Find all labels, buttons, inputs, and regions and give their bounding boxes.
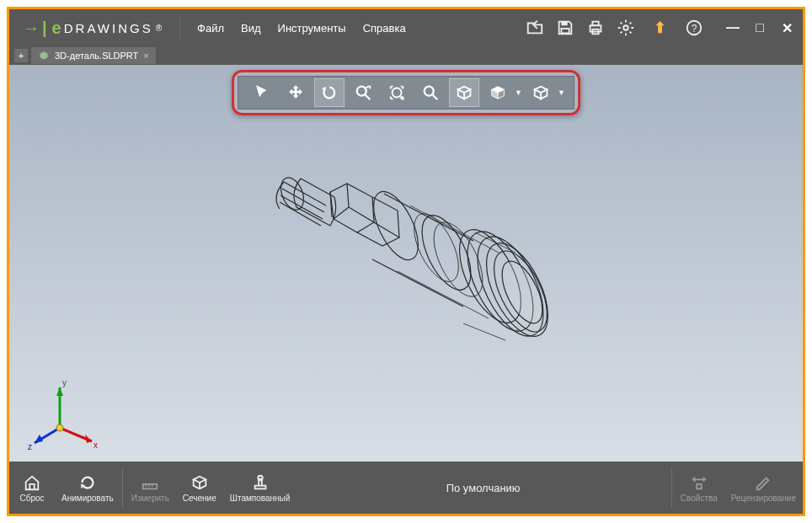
properties-label: Свойства <box>681 494 718 503</box>
bottombar: Сброс Анимировать Измерить Сечение Штамп… <box>9 462 803 514</box>
section-button[interactable]: Сечение <box>176 470 223 506</box>
axis-y-label: y <box>62 378 67 387</box>
svg-point-5 <box>623 25 628 30</box>
zoom-tool[interactable] <box>415 78 446 107</box>
svg-marker-28 <box>56 387 63 396</box>
view-toolbar: ▼ ▼ <box>238 76 574 109</box>
animate-button[interactable]: Анимировать <box>55 470 120 506</box>
review-button: Рецензирование <box>724 470 803 506</box>
document-tab[interactable]: 3D-деталь.SLDPRT × <box>31 47 156 64</box>
rotate-tool[interactable] <box>314 78 345 107</box>
svg-line-9 <box>366 95 371 100</box>
app-logo: →| e DRAWINGS ® <box>14 19 173 38</box>
help-icon[interactable]: ? <box>685 19 703 37</box>
reset-button[interactable]: Сброс <box>9 470 55 506</box>
upload-arrow-icon[interactable]: ⬆ <box>647 19 673 37</box>
svg-rect-35 <box>697 483 702 488</box>
settings-icon[interactable] <box>617 19 635 37</box>
model-view <box>221 141 591 369</box>
menu-tools[interactable]: Инструменты <box>270 17 355 40</box>
tab-close-icon[interactable]: × <box>143 51 148 61</box>
svg-rect-3 <box>592 22 598 26</box>
section-label: Сечение <box>183 494 216 503</box>
chevron-down-icon: ▼ <box>515 88 522 97</box>
svg-point-8 <box>357 87 366 96</box>
properties-button: Свойства <box>674 470 724 506</box>
svg-line-13 <box>433 95 438 100</box>
svg-point-15 <box>365 185 428 267</box>
save-icon[interactable] <box>556 19 574 37</box>
menu-view[interactable]: Вид <box>232 17 270 40</box>
minimize-button[interactable]: — <box>722 17 744 39</box>
stamp-label: Штампованный <box>230 494 291 503</box>
orientation-dropdown[interactable]: ▼ <box>526 78 565 107</box>
svg-point-16 <box>405 207 468 289</box>
logo-arrow-icon: →| <box>23 19 50 38</box>
svg-rect-1 <box>561 29 569 33</box>
review-label: Рецензирование <box>731 494 796 503</box>
svg-rect-33 <box>254 485 265 488</box>
tabbar: + 3D-деталь.SLDPRT × <box>9 46 803 65</box>
display-style-dropdown[interactable]: ▼ <box>483 78 522 107</box>
animate-label: Анимировать <box>61 494 114 503</box>
svg-marker-30 <box>35 435 43 443</box>
axis-triad[interactable]: x y z <box>26 376 102 451</box>
maximize-button[interactable]: □ <box>749 17 771 39</box>
pan-tool[interactable] <box>280 78 311 107</box>
axis-z-label: z <box>28 442 32 451</box>
separator <box>122 467 123 508</box>
zoom-fit-tool[interactable] <box>348 78 378 107</box>
svg-text:?: ? <box>692 23 697 35</box>
zoom-area-tool[interactable] <box>382 78 412 107</box>
titlebar: →| e DRAWINGS ® Файл Вид Инструменты Спр… <box>9 9 803 46</box>
tab-label: 3D-деталь.SLDPRT <box>55 51 138 61</box>
viewport[interactable]: ▼ ▼ <box>9 65 803 462</box>
svg-point-24 <box>494 255 550 329</box>
close-button[interactable]: ✕ <box>776 17 798 39</box>
svg-point-31 <box>56 424 63 431</box>
reset-label: Сброс <box>19 494 44 503</box>
menu-help[interactable]: Справка <box>355 17 414 40</box>
select-tool[interactable] <box>247 78 277 107</box>
logo-e: e <box>52 19 61 38</box>
svg-point-10 <box>393 88 402 98</box>
measure-label: Измерить <box>131 494 169 503</box>
svg-rect-0 <box>561 22 567 26</box>
app-window: →| e DRAWINGS ® Файл Вид Инструменты Спр… <box>7 7 805 516</box>
status-text: По умолчанию <box>296 482 669 494</box>
shaded-tool[interactable] <box>449 78 479 107</box>
menu-file[interactable]: Файл <box>189 17 232 40</box>
chevron-down-icon: ▼ <box>558 88 565 97</box>
print-icon[interactable] <box>586 19 605 37</box>
svg-point-12 <box>425 87 434 96</box>
open-icon[interactable] <box>526 19 544 37</box>
axis-x-label: x <box>93 440 98 450</box>
stamp-button[interactable]: Штампованный <box>223 470 297 506</box>
toolbar-highlight: ▼ ▼ <box>232 70 580 115</box>
separator <box>671 467 672 508</box>
part-icon <box>38 50 50 61</box>
logo-text: DRAWINGS <box>64 21 153 35</box>
new-tab-button[interactable]: + <box>14 49 28 62</box>
trademark: ® <box>156 24 164 33</box>
main-menu: Файл Вид Инструменты Справка <box>179 17 414 40</box>
title-tools: ⬆ ? <box>517 19 712 37</box>
window-controls: — □ ✕ <box>722 17 798 39</box>
measure-button: Измерить <box>125 470 176 506</box>
